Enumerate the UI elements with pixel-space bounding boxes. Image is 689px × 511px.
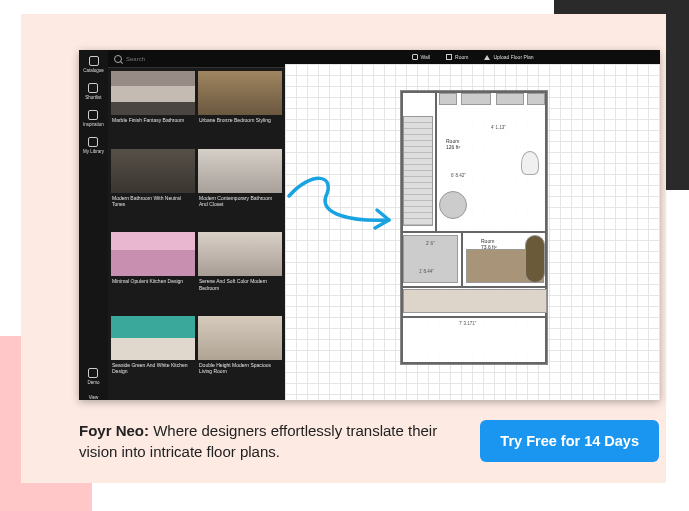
thumb-living-double	[198, 316, 282, 360]
catalogue-panel: Marble Finish Fantasy Bathroom Urbane Br…	[108, 50, 285, 400]
cta-try-free[interactable]: Try Free for 14 Days	[480, 420, 659, 462]
thumb-kitchen-seaside	[111, 316, 195, 360]
card-title: Modern Bathroom With Neutral Tones	[111, 193, 195, 210]
canvas-area[interactable]: Wall Room Upload Floor Plan	[285, 50, 660, 400]
inspiration-gallery: Marble Finish Fantasy Bathroom Urbane Br…	[108, 68, 285, 400]
card-title: Seaside Green And White Kitchen Design	[111, 360, 195, 377]
gallery-card[interactable]: Minimal Opulent Kitchen Design	[111, 232, 195, 313]
gallery-card[interactable]: Modern Bathroom With Neutral Tones	[111, 149, 195, 230]
wall-segment	[461, 231, 463, 286]
search-bar	[108, 50, 285, 68]
rail-label: Catalogue	[83, 68, 104, 73]
wall-segment	[401, 286, 547, 288]
gallery-card[interactable]: Serene And Soft Color Modern Bedroom	[198, 232, 282, 313]
gallery-card[interactable]: Seaside Green And White Kitchen Design	[111, 316, 195, 397]
toilet	[521, 151, 539, 175]
gallery-card[interactable]: Modern Contemporary Bathroom And Closet	[198, 149, 282, 230]
gallery-card[interactable]: Double Height Modern Spacious Living Roo…	[198, 316, 282, 397]
dimension-label: 6' 8.42"	[451, 173, 466, 178]
rail-item-shortlist[interactable]: Shortlist	[85, 83, 101, 100]
floor-plan[interactable]: Room126 ft² Room73.6 ft² 4' 1.13" 6' 8.4…	[400, 90, 548, 365]
rail-label: My Library	[83, 149, 104, 154]
furniture-item	[496, 93, 524, 105]
search-input[interactable]	[126, 56, 279, 62]
rail-item-inspiration[interactable]: Inspiration	[83, 110, 104, 127]
promo-frame: Catalogue Shortlist Inspiration My Libra…	[21, 14, 666, 483]
rail-item-view[interactable]: View	[89, 395, 99, 400]
room-label: Room126 ft²	[446, 139, 460, 150]
wall-segment	[435, 91, 437, 231]
upload-icon	[484, 55, 490, 60]
rail-label: Shortlist	[85, 95, 101, 100]
furniture-item	[403, 289, 547, 313]
dimension-label: 2' 6"	[426, 241, 435, 246]
shortlist-icon	[88, 83, 98, 93]
dimension-label: 4' 1.13"	[491, 125, 506, 130]
stairs	[403, 116, 433, 226]
tool-label: Upload Floor Plan	[493, 54, 533, 60]
wall-segment	[401, 231, 547, 233]
card-title: Modern Contemporary Bathroom And Closet	[198, 193, 282, 210]
rail-label: Inspiration	[83, 122, 104, 127]
furniture-item	[525, 235, 545, 283]
card-title: Serene And Soft Color Modern Bedroom	[198, 276, 282, 293]
library-icon	[88, 137, 98, 147]
card-title: Minimal Opulent Kitchen Design	[111, 276, 195, 286]
demo-icon	[88, 368, 98, 378]
tool-label: Room	[455, 54, 468, 60]
rail-item-catalogue[interactable]: Catalogue	[83, 56, 104, 73]
card-title: Marble Finish Fantasy Bathroom	[111, 115, 195, 125]
gallery-card[interactable]: Marble Finish Fantasy Bathroom	[111, 71, 195, 146]
wall-segment	[401, 316, 547, 318]
thumb-bathroom-closet	[198, 149, 282, 193]
brand-name: Foyr Neo:	[79, 422, 149, 439]
thumb-bedroom-soft	[198, 232, 282, 276]
inspiration-icon	[88, 110, 98, 120]
thumb-bathroom-marble	[111, 71, 195, 115]
tool-wall[interactable]: Wall	[412, 54, 431, 60]
furniture-item	[439, 93, 457, 105]
rail-label: Demo	[87, 380, 99, 385]
thumb-bedroom-bronze	[198, 71, 282, 115]
wall-segment	[545, 91, 547, 364]
room-label: Room73.6 ft²	[481, 239, 497, 250]
tool-label: Wall	[421, 54, 431, 60]
tool-room[interactable]: Room	[446, 54, 468, 60]
promo-caption: Foyr Neo: Where designers effortlessly t…	[79, 420, 459, 464]
app-window: Catalogue Shortlist Inspiration My Libra…	[79, 50, 660, 400]
wall-segment	[401, 362, 547, 364]
card-title: Urbane Bronze Bedroom Styling	[198, 115, 282, 125]
furniture-item	[527, 93, 545, 105]
gallery-card[interactable]: Urbane Bronze Bedroom Styling	[198, 71, 282, 146]
wall-icon	[412, 54, 418, 60]
rail-item-demo[interactable]: Demo	[87, 368, 99, 385]
left-rail: Catalogue Shortlist Inspiration My Libra…	[79, 50, 108, 400]
caption-row: Foyr Neo: Where designers effortlessly t…	[79, 420, 659, 464]
dimension-label: 7' 3.171"	[459, 321, 476, 326]
thumb-bathroom-neutral	[111, 149, 195, 193]
search-icon	[114, 55, 122, 63]
rail-label: View	[89, 395, 99, 400]
round-table	[439, 191, 467, 219]
rail-item-my-library[interactable]: My Library	[83, 137, 104, 154]
thumb-kitchen-opulent	[111, 232, 195, 276]
furniture-item	[461, 93, 491, 105]
tool-upload-floorplan[interactable]: Upload Floor Plan	[484, 54, 533, 60]
dimension-label: 1' 8.44"	[419, 269, 434, 274]
room-icon	[446, 54, 452, 60]
card-title: Double Height Modern Spacious Living Roo…	[198, 360, 282, 377]
catalogue-icon	[89, 56, 99, 66]
canvas-topbar: Wall Room Upload Floor Plan	[285, 50, 660, 64]
